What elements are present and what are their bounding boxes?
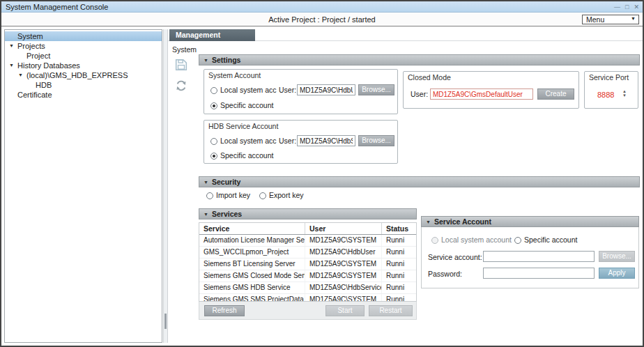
- import-key-label: Import key: [216, 191, 250, 199]
- sa-password-input[interactable]: [483, 268, 595, 279]
- hdb-user-input[interactable]: [297, 135, 355, 146]
- header-bar: Active Project : Project / started Menu …: [1, 13, 643, 26]
- menu-button[interactable]: Menu ▼: [582, 15, 639, 24]
- sidebar-item-local-gms-hdb-express[interactable]: ▼(local)\GMS_HDB_EXPRESS: [5, 70, 162, 80]
- import-key-radio[interactable]: [206, 192, 213, 199]
- service-cell-status: Runni: [382, 270, 416, 282]
- service-cell-service: Siemens BT Licensing Server: [199, 259, 305, 270]
- sidebar-item-history-databases[interactable]: ▼History Databases: [5, 61, 162, 70]
- sidebar-scrollbar[interactable]: [163, 29, 168, 343]
- tab-row: Management: [168, 29, 644, 41]
- tree-expander-icon[interactable]: ▼: [9, 41, 17, 51]
- settings-section-header[interactable]: ▼ Settings: [199, 54, 640, 65]
- system-account-browse-button[interactable]: Browse...: [358, 84, 394, 95]
- collapse-icon: ▼: [204, 178, 208, 187]
- sidebar-item-project[interactable]: Project: [5, 51, 162, 61]
- sidebar-item-certificate[interactable]: Certificate: [5, 90, 162, 100]
- service-account-panel: ▼ Service Account Local system account S…: [421, 216, 639, 288]
- service-cell-status: Runni: [382, 259, 416, 270]
- closed-mode-title: Closed Mode: [408, 73, 451, 82]
- active-project-label: Active Project : Project / started: [1, 13, 643, 26]
- service-row[interactable]: GMS_WCCILpmon_ProjectMD1Z5A9C\HdbUserRun…: [199, 247, 416, 259]
- hdb-specific-label: Specific account: [220, 151, 273, 160]
- services-column-header-user[interactable]: User: [305, 223, 382, 234]
- system-account-user-label: User:: [279, 86, 296, 94]
- export-key-label: Export key: [269, 191, 304, 199]
- service-row[interactable]: Automation License Manager ServiceMD1Z5A…: [199, 235, 416, 247]
- services-table-header: ServiceUserStatus: [199, 223, 416, 235]
- hdb-specific-radio[interactable]: [210, 153, 217, 160]
- sa-local-radio[interactable]: [431, 237, 438, 244]
- security-section-header[interactable]: ▼ Security: [199, 176, 640, 187]
- service-cell-user: MD1Z5A9C\SYSTEM: [305, 235, 382, 246]
- services-button-strip: Refresh Start Restart: [199, 302, 417, 320]
- collapse-icon: ▼: [204, 210, 208, 219]
- service-row[interactable]: Siemens GMS Closed Mode ServiceMD1Z5A9C\…: [199, 270, 416, 282]
- sa-service-account-label: Service account:: [428, 253, 482, 261]
- service-cell-service: Automation License Manager Service: [199, 235, 305, 246]
- service-port-title: Service Port: [589, 73, 629, 82]
- sa-browse-button[interactable]: Browse...: [599, 251, 635, 262]
- refresh-button-toolbar[interactable]: [175, 79, 187, 92]
- tree-expander-icon[interactable]: ▼: [18, 70, 26, 80]
- minimize-icon[interactable]: —: [614, 1, 620, 13]
- service-cell-user: MD1Z5A9C\HdbUser: [305, 247, 382, 258]
- service-cell-user: MD1Z5A9C\SYSTEM: [305, 270, 382, 282]
- spin-down-icon[interactable]: ▼: [622, 93, 627, 98]
- hdb-service-account-groupbox: HDB Service Account Local system acc Use…: [204, 120, 398, 164]
- sa-specific-radio[interactable]: [514, 237, 521, 244]
- close-icon[interactable]: ✕: [634, 1, 639, 13]
- service-cell-service: Siemens GMS Closed Mode Service: [199, 270, 305, 282]
- service-cell-service: Siemens GMS SMS ProjectData Servi: [199, 294, 305, 302]
- service-account-section-header[interactable]: ▼ Service Account: [421, 216, 639, 227]
- save-icon: [175, 59, 187, 71]
- hdb-browse-button[interactable]: Browse...: [358, 135, 394, 146]
- collapse-icon: ▼: [426, 217, 431, 227]
- tree-expander-icon[interactable]: ▼: [9, 61, 17, 70]
- save-button[interactable]: [175, 59, 187, 71]
- window-controls: — □ ✕: [614, 1, 639, 13]
- create-button[interactable]: Create: [537, 88, 574, 100]
- refresh-button[interactable]: Refresh: [204, 305, 245, 316]
- service-port-spinner: ▲ ▼: [622, 89, 627, 98]
- hdb-local-radio[interactable]: [210, 138, 217, 145]
- system-account-specific-radio[interactable]: [210, 102, 217, 109]
- service-cell-service: GMS_WCCILpmon_Project: [199, 247, 305, 258]
- sidebar-item-hdb[interactable]: HDB: [5, 80, 162, 90]
- services-column-header-service[interactable]: Service: [199, 223, 305, 234]
- closed-mode-user-label: User:: [411, 90, 428, 98]
- scrollbar-thumb[interactable]: [164, 314, 167, 329]
- services-section-header[interactable]: ▼ Services: [199, 208, 417, 219]
- sidebar-item-label: HDB: [36, 80, 52, 90]
- sa-service-account-input[interactable]: [483, 251, 595, 262]
- export-key-radio[interactable]: [259, 192, 266, 199]
- window-titlebar: System Management Console — □ ✕: [1, 1, 643, 13]
- service-cell-user: MD1Z5A9C\SYSTEM: [305, 294, 382, 302]
- service-row[interactable]: Siemens BT Licensing ServerMD1Z5A9C\SYST…: [199, 259, 416, 270]
- service-cell-user: MD1Z5A9C\SYSTEM: [305, 259, 382, 270]
- maximize-icon[interactable]: □: [625, 1, 629, 13]
- main-panel: Management System ▼ Settings: [168, 29, 644, 344]
- service-port-groupbox: Service Port 8888 ▲ ▼: [584, 71, 638, 109]
- start-button[interactable]: Start: [325, 305, 365, 316]
- service-row[interactable]: Siemens GMS SMS ProjectData ServiMD1Z5A9…: [199, 294, 416, 302]
- sidebar-item-system[interactable]: System: [5, 31, 162, 41]
- sidebar-item-projects[interactable]: ▼Projects: [5, 41, 162, 51]
- hdb-user-label: User:: [279, 137, 296, 145]
- restart-button[interactable]: Restart: [369, 305, 413, 316]
- services-table: ServiceUserStatus Automation License Man…: [199, 222, 417, 302]
- closed-mode-user-input[interactable]: [430, 88, 533, 100]
- menu-button-label: Menu: [586, 15, 604, 24]
- hdb-local-label: Local system acc: [220, 137, 277, 145]
- menu-caret-icon: ▼: [631, 16, 636, 21]
- service-cell-status: Runni: [382, 282, 416, 293]
- tab-management[interactable]: Management: [169, 29, 255, 41]
- services-column-header-status[interactable]: Status: [382, 223, 416, 234]
- apply-button[interactable]: Apply: [599, 268, 635, 279]
- sidebar-item-label: System: [17, 31, 43, 41]
- service-port-value[interactable]: 8888: [597, 91, 614, 99]
- service-row[interactable]: Siemens GMS HDB ServiceMD1Z5A9C\HdbServi…: [199, 282, 416, 294]
- system-account-local-radio[interactable]: [210, 87, 217, 94]
- sidebar-item-label: Projects: [17, 41, 45, 51]
- system-account-user-input[interactable]: [297, 84, 355, 95]
